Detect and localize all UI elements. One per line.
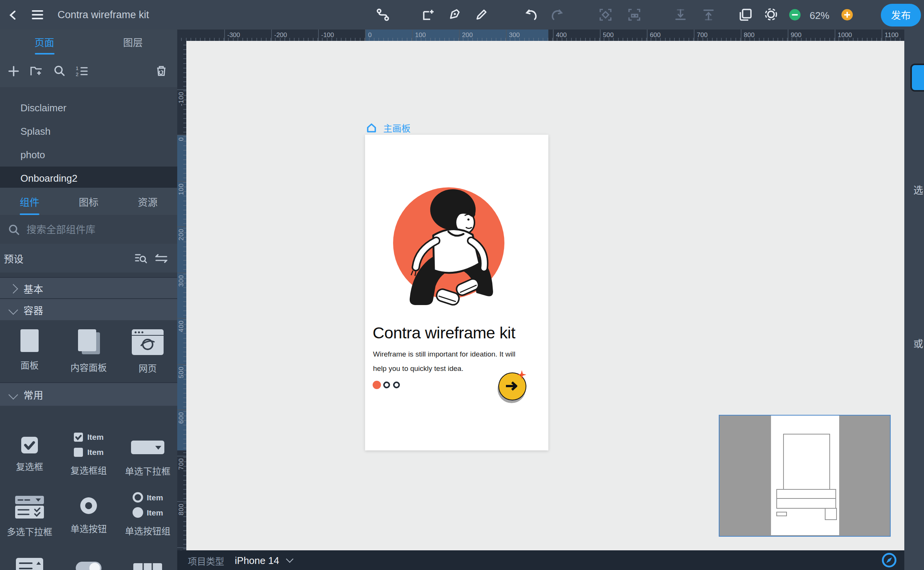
create-component-icon[interactable]	[595, 5, 615, 24]
pencil-tool-icon[interactable]	[472, 5, 492, 24]
top-toolbar: Contra wireframe kit	[0, 0, 924, 30]
svg-text:2: 2	[76, 71, 78, 76]
component-tile-webpage[interactable]: 网页	[118, 329, 177, 374]
tab-layers[interactable]: 图层	[89, 30, 177, 55]
left-sidebar: 页面 图层 12 Disclaimer Splash photo O	[0, 30, 177, 570]
presets-row: 预设	[0, 244, 177, 273]
page-item-splash[interactable]: Splash	[0, 120, 177, 143]
sparkle-icon	[517, 370, 526, 379]
minimap-button	[824, 508, 837, 520]
main-menu-icon[interactable]	[27, 5, 47, 25]
chevron-right-icon	[8, 283, 18, 293]
right-panel-text: 或	[913, 336, 923, 350]
canvas[interactable]: 主画板	[186, 41, 904, 550]
zoom-out-button[interactable]	[789, 9, 801, 20]
page-item-photo[interactable]: photo	[0, 143, 177, 167]
pages-actions-row: 12	[0, 55, 177, 88]
onboarding-body: Wireframe is still important for ideatio…	[373, 347, 515, 375]
add-folder-icon[interactable]	[25, 59, 48, 82]
component-tile-checkbox-group[interactable]: Item Item 复选框组	[59, 431, 118, 476]
distribute-down-icon[interactable]	[670, 5, 690, 24]
carousel-dot-active[interactable]	[373, 381, 381, 389]
minimap-text-bar	[776, 498, 836, 508]
section-container[interactable]: 容器	[0, 298, 177, 322]
carousel-dot[interactable]	[393, 382, 400, 388]
minimap-image-placeholder	[783, 434, 830, 490]
minimap-title-bar	[776, 489, 836, 498]
page-item-disclaimer[interactable]: Disclaimer	[0, 96, 177, 120]
section-basic[interactable]: 基本	[0, 277, 177, 300]
color-swatch[interactable]	[910, 64, 924, 92]
distribute-up-icon[interactable]	[698, 5, 718, 24]
onboarding-illustration	[365, 135, 548, 324]
add-page-icon[interactable]	[2, 59, 25, 82]
minimap-dots	[776, 511, 787, 516]
recycle-bin-icon[interactable]	[150, 59, 173, 82]
home-icon	[367, 123, 376, 132]
document-title: Contra wireframe kit	[58, 9, 149, 20]
section-common[interactable]: 常用	[0, 382, 177, 407]
chevron-down-icon	[8, 305, 18, 315]
library-tabbar: 组件 图标 资源	[0, 188, 177, 216]
detach-component-icon[interactable]	[624, 5, 644, 24]
pages-layers-tabbar: 页面 图层	[0, 30, 177, 55]
component-tile-checkbox[interactable]: 复选框	[0, 436, 59, 472]
navigator-compass-icon[interactable]	[882, 553, 897, 568]
common-items-grid: 复选框 Item Item 复选框组 单选下拉框 多选下拉框	[0, 406, 177, 570]
right-panel-sliver: 选 或	[904, 30, 924, 570]
tab-resources[interactable]: 资源	[118, 188, 177, 215]
arrow-right-icon	[505, 381, 519, 391]
tab-pages[interactable]: 页面	[0, 30, 89, 55]
component-tile-toggle[interactable]: 开关	[59, 561, 118, 570]
component-tile-radio-group[interactable]: Item Item 单选按钮组	[118, 491, 177, 537]
layers-overlay-icon[interactable]	[735, 5, 755, 24]
page-item-onboarding2[interactable]: Onboarding2	[0, 167, 177, 190]
app-window: Contra wireframe kit	[0, 0, 924, 570]
focus-target-icon[interactable]	[761, 5, 781, 24]
project-type-label: 项目类型	[188, 554, 224, 567]
component-tile-list[interactable]: 列表	[0, 557, 59, 570]
back-icon[interactable]	[3, 5, 23, 25]
chevron-down-icon	[8, 390, 18, 399]
chevron-down-icon	[286, 555, 293, 562]
component-tile-panel[interactable]: 面板	[0, 329, 59, 371]
right-panel-text: 选	[913, 182, 923, 197]
flow-connector-tool-icon[interactable]	[373, 5, 392, 24]
container-items-grid: 面板 内容面板 网页	[0, 320, 177, 382]
device-selector[interactable]: iPhone 14	[235, 554, 279, 566]
tab-components[interactable]: 组件	[0, 188, 59, 215]
bottom-bar: 项目类型 iPhone 14	[177, 550, 904, 570]
component-tile-multiselect[interactable]: 多选下拉框	[0, 495, 59, 537]
component-tile-select[interactable]: 单选下拉框	[118, 440, 177, 477]
zoom-level: 62%	[810, 9, 829, 21]
swap-arrows-icon[interactable]	[150, 247, 173, 269]
onboarding-title: Contra wireframe kit	[373, 324, 515, 343]
component-tile-segmented[interactable]: 分段控件	[118, 562, 177, 570]
zoom-in-button[interactable]	[841, 9, 853, 20]
sort-pages-icon[interactable]: 12	[70, 59, 93, 82]
component-search-input[interactable]	[25, 223, 157, 236]
search-pages-icon[interactable]	[48, 59, 70, 82]
artboard-onboarding[interactable]: Contra wireframe kit Wireframe is still …	[365, 135, 548, 450]
publish-button[interactable]: 发布	[881, 3, 921, 26]
component-search-row	[0, 215, 177, 245]
artboard-label[interactable]: 主画板	[367, 121, 410, 134]
tab-icons[interactable]: 图标	[59, 188, 118, 215]
minimap-preview[interactable]	[719, 415, 891, 537]
presets-label: 预设	[4, 251, 23, 265]
svg-text:1: 1	[76, 65, 78, 71]
vertical-ruler: -100 0 100 200 300 400 500 600 700 800 9…	[177, 41, 186, 550]
undo-icon[interactable]	[521, 5, 541, 24]
search-icon	[2, 218, 25, 241]
horizontal-ruler: -300 -200 -100 0 100 200 300 400 500 600…	[177, 30, 904, 41]
pen-tool-icon[interactable]	[445, 5, 464, 24]
preset-search-icon[interactable]	[130, 247, 152, 269]
component-tile-radio[interactable]: 单选按钮	[59, 497, 118, 534]
carousel-dot[interactable]	[383, 382, 390, 388]
component-tile-content-panel[interactable]: 内容面板	[59, 329, 118, 373]
frame-tool-icon[interactable]	[418, 5, 438, 24]
redo-icon[interactable]	[547, 5, 567, 24]
